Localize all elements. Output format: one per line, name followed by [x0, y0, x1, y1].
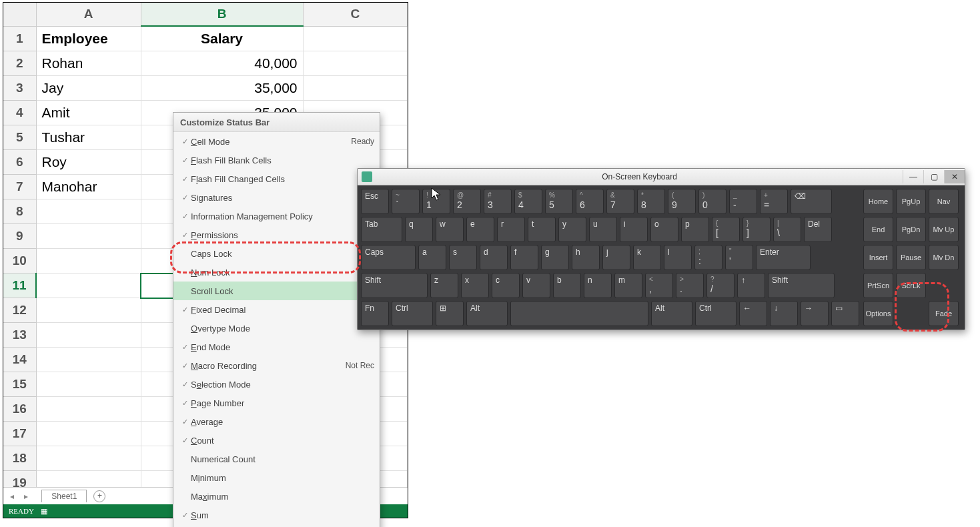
key-scrlk[interactable]: ScrLk — [896, 273, 926, 298]
menu-item-flash-fill-changed-cells[interactable]: ✓Flash Fill Changed Cells — [173, 169, 380, 188]
cell-C1[interactable] — [303, 26, 408, 51]
close-button[interactable]: ✕ — [944, 170, 965, 183]
row-header-14[interactable]: 14 — [3, 348, 36, 372]
cell-A3[interactable]: Jay — [36, 76, 141, 101]
menu-item-caps-lock[interactable]: Caps Lock — [173, 244, 380, 263]
key-options[interactable]: Options — [863, 301, 893, 326]
menu-item-cell-mode[interactable]: ✓Cell ModeReady — [173, 132, 380, 151]
cell-B2[interactable]: 40,000 — [141, 51, 303, 76]
row-header-16[interactable]: 16 — [3, 397, 36, 422]
cell-B3[interactable]: 35,000 — [141, 76, 303, 101]
key--[interactable]: }] — [743, 217, 771, 242]
key-w[interactable]: w — [436, 217, 464, 242]
row-header-19[interactable]: 19 — [3, 471, 36, 488]
row-header-7[interactable]: 7 — [3, 175, 36, 199]
key--[interactable]: <, — [645, 273, 673, 298]
row-header-13[interactable]: 13 — [3, 323, 36, 348]
cell-A15[interactable] — [36, 372, 141, 397]
cell-A10[interactable] — [36, 249, 141, 274]
key-ctrl[interactable]: Ctrl — [392, 301, 433, 326]
key--[interactable]: _- — [729, 189, 757, 214]
key-n[interactable]: n — [584, 273, 612, 298]
cell-A19[interactable] — [36, 471, 141, 488]
cell-A6[interactable]: Roy — [36, 150, 141, 175]
key-fn[interactable]: Fn — [361, 301, 389, 326]
cell-A9[interactable] — [36, 224, 141, 249]
menu-item-signatures[interactable]: ✓Signatures — [173, 188, 380, 207]
cell-C3[interactable] — [303, 76, 408, 101]
add-sheet-button[interactable]: + — [93, 490, 105, 502]
key-v[interactable]: v — [522, 273, 550, 298]
key-r[interactable]: r — [497, 217, 525, 242]
key-pgup[interactable]: PgUp — [896, 189, 926, 214]
cell-A7[interactable]: Manohar — [36, 175, 141, 199]
row-header-17[interactable]: 17 — [3, 422, 36, 446]
sheet-tab[interactable]: Sheet1 — [41, 490, 87, 502]
row-header-8[interactable]: 8 — [3, 199, 36, 224]
row-header-1[interactable]: 1 — [3, 26, 36, 51]
menu-item-minimum[interactable]: Minimum — [173, 468, 380, 487]
key--[interactable]: ;: — [694, 245, 722, 270]
key-shift[interactable]: Shift — [361, 273, 428, 298]
key-caps[interactable]: Caps — [361, 245, 416, 270]
menu-item-selection-mode[interactable]: ✓Selection Mode — [173, 375, 380, 394]
cell-B1[interactable]: Salary — [141, 26, 303, 51]
key-alt[interactable]: Alt — [466, 301, 508, 326]
key--[interactable]: ← — [739, 301, 767, 326]
key-pause[interactable]: Pause — [896, 245, 926, 270]
key--[interactable]: ↑ — [737, 273, 765, 298]
key-space[interactable] — [510, 301, 648, 326]
cell-A17[interactable] — [36, 422, 141, 446]
tab-nav-arrows[interactable]: ◂ ▸ — [10, 492, 32, 501]
menu-item-numerical-count[interactable]: Numerical Count — [173, 450, 380, 468]
cell-A1[interactable]: Employee — [36, 26, 141, 51]
key-y[interactable]: y — [558, 217, 586, 242]
menu-item-upload-status[interactable]: ✓Upload Status — [173, 524, 380, 527]
menu-item-overtype-mode[interactable]: Overtype Mode — [173, 319, 380, 338]
key--5[interactable]: %5 — [545, 189, 573, 214]
menu-item-maximum[interactable]: Maximum — [173, 487, 380, 506]
key--2[interactable]: @2 — [453, 189, 481, 214]
key--[interactable]: ⌫ — [791, 189, 832, 214]
key-insert[interactable]: Insert — [863, 245, 893, 270]
key-u[interactable]: u — [589, 217, 617, 242]
row-header-12[interactable]: 12 — [3, 298, 36, 323]
key-mv-up[interactable]: Mv Up — [929, 217, 959, 242]
key--[interactable]: ↓ — [770, 301, 798, 326]
menu-item-sum[interactable]: ✓Sum — [173, 506, 380, 524]
menu-item-flash-fill-blank-cells[interactable]: ✓Flash Fill Blank Cells — [173, 151, 380, 169]
key-q[interactable]: q — [405, 217, 433, 242]
key--[interactable]: {[ — [712, 217, 740, 242]
key-x[interactable]: x — [461, 273, 489, 298]
column-header-b[interactable]: B — [141, 3, 303, 26]
key-t[interactable]: t — [528, 217, 556, 242]
key-j[interactable]: j — [602, 245, 630, 270]
menu-item-permissions[interactable]: ✓Permissions — [173, 225, 380, 244]
cell-A14[interactable] — [36, 348, 141, 372]
row-header-5[interactable]: 5 — [3, 125, 36, 150]
row-header-4[interactable]: 4 — [3, 101, 36, 125]
menu-item-num-lock[interactable]: Num Lock — [173, 263, 380, 282]
cell-A16[interactable] — [36, 397, 141, 422]
column-header-c[interactable]: C — [303, 3, 408, 26]
row-header-15[interactable]: 15 — [3, 372, 36, 397]
key-alt[interactable]: Alt — [651, 301, 692, 326]
menu-item-page-number[interactable]: ✓Page Number — [173, 394, 380, 412]
cell-A13[interactable] — [36, 323, 141, 348]
key-s[interactable]: s — [449, 245, 477, 270]
row-header-9[interactable]: 9 — [3, 224, 36, 249]
key-ctrl[interactable]: Ctrl — [695, 301, 737, 326]
cell-A18[interactable] — [36, 446, 141, 471]
key-mv-dn[interactable]: Mv Dn — [929, 245, 959, 270]
key--[interactable]: ?/ — [706, 273, 734, 298]
key-g[interactable]: g — [541, 245, 569, 270]
menu-item-information-management-policy[interactable]: ✓Information Management Policy — [173, 207, 380, 225]
row-header-6[interactable]: 6 — [3, 150, 36, 175]
key-pgdn[interactable]: PgDn — [896, 217, 926, 242]
key-nav[interactable]: Nav — [929, 189, 959, 214]
key--[interactable]: ~` — [392, 189, 420, 214]
key-esc[interactable]: Esc — [361, 189, 389, 214]
menu-item-count[interactable]: ✓Count — [173, 431, 380, 450]
row-header-10[interactable]: 10 — [3, 249, 36, 274]
key-k[interactable]: k — [633, 245, 661, 270]
